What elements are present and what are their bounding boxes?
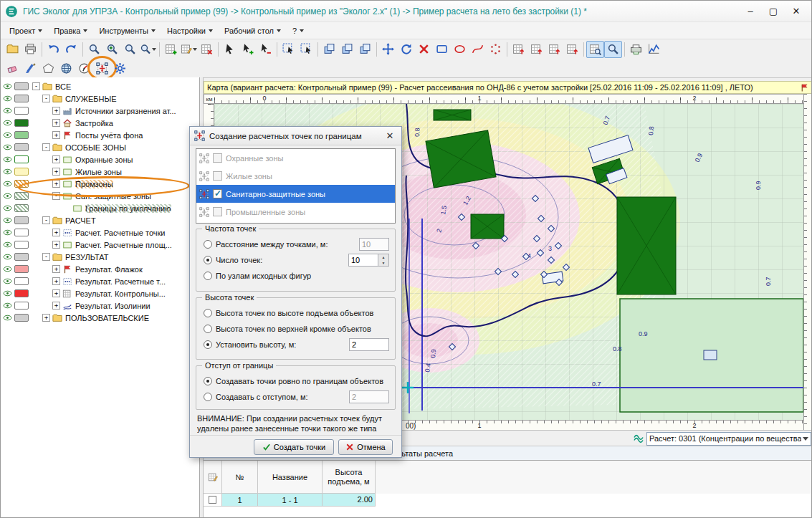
select-tool-button[interactable] bbox=[221, 41, 239, 58]
minimize-button[interactable]: – bbox=[740, 4, 761, 19]
expand-icon[interactable]: + bbox=[52, 180, 60, 188]
visibility-eye-icon[interactable] bbox=[3, 203, 12, 213]
layer-row[interactable]: +Результат. Расчетные т... bbox=[1, 275, 199, 287]
menu-item-5[interactable]: ? bbox=[287, 24, 310, 37]
cell-name[interactable]: 1 - 1 bbox=[258, 494, 323, 507]
visibility-eye-icon[interactable] bbox=[3, 277, 12, 286]
table-move-up-button[interactable] bbox=[527, 41, 545, 58]
open-map-button[interactable] bbox=[4, 41, 22, 58]
table-row[interactable]: 1 1 - 1 2.00 bbox=[204, 494, 812, 507]
layer-label[interactable]: Результат. Изолинии bbox=[75, 302, 151, 310]
layer-row[interactable]: -РАСЧЕТ bbox=[1, 214, 199, 226]
row-select-cell[interactable] bbox=[204, 494, 222, 507]
delete-selected-button[interactable] bbox=[415, 41, 433, 58]
layer-row[interactable]: +Источники загрязнения ат... bbox=[1, 105, 199, 117]
edit-object-button[interactable] bbox=[180, 41, 198, 58]
print-map-button[interactable] bbox=[22, 41, 39, 58]
group-objects-button[interactable] bbox=[356, 41, 374, 58]
layer-label[interactable]: Источники загрязнения ат... bbox=[75, 107, 176, 115]
profile-chart-button[interactable] bbox=[645, 41, 663, 58]
rotate-object-button[interactable] bbox=[397, 41, 415, 58]
spin-down-icon[interactable] bbox=[378, 260, 388, 266]
compass-tool-button[interactable] bbox=[75, 59, 93, 77]
layer-label[interactable]: СЛУЖЕБНЫЕ bbox=[65, 95, 117, 103]
collapse-icon[interactable]: - bbox=[42, 143, 50, 151]
layer-row[interactable]: +Результат. Контрольны... bbox=[1, 287, 199, 299]
layer-swatch[interactable] bbox=[14, 155, 29, 163]
calc-result-combobox[interactable]: Расчет: 0301 (Концентрации по вещества bbox=[633, 431, 811, 446]
layer-swatch[interactable] bbox=[14, 82, 29, 90]
layer-swatch[interactable] bbox=[14, 302, 29, 310]
frequency-option-1[interactable]: Число точек: bbox=[196, 252, 395, 268]
zone-row-1[interactable]: Жилые зоны bbox=[196, 167, 395, 185]
layer-row[interactable]: -ВСЕ bbox=[1, 80, 199, 92]
rectangle-tool-button[interactable] bbox=[433, 41, 451, 58]
ring-tool-button[interactable] bbox=[487, 41, 505, 58]
collapse-icon[interactable]: - bbox=[42, 95, 50, 102]
points-by-boundary-button[interactable] bbox=[93, 59, 111, 77]
small-building[interactable] bbox=[704, 350, 717, 360]
zone-checkbox[interactable] bbox=[213, 171, 222, 181]
curve-tool-button[interactable] bbox=[469, 41, 487, 58]
visibility-eye-icon[interactable] bbox=[3, 118, 12, 128]
row-checkbox[interactable] bbox=[209, 496, 216, 504]
frequency-input-1[interactable] bbox=[348, 254, 378, 267]
title-bar[interactable]: ГИС Эколог для УПРЗА - Контрольный приме… bbox=[1, 1, 811, 22]
visibility-eye-icon[interactable] bbox=[3, 313, 12, 322]
layer-swatch[interactable] bbox=[14, 204, 29, 212]
layer-swatch[interactable] bbox=[14, 143, 29, 151]
zone-checkbox[interactable] bbox=[213, 207, 222, 216]
chevron-down-icon[interactable] bbox=[803, 437, 808, 441]
visibility-eye-icon[interactable] bbox=[3, 94, 12, 103]
expand-icon[interactable]: + bbox=[52, 241, 60, 249]
visibility-eye-icon[interactable] bbox=[3, 252, 12, 262]
maximize-button[interactable]: ▢ bbox=[763, 4, 784, 19]
layer-row[interactable]: +ПОЛЬЗОВАТЕЛЬСКИЕ bbox=[1, 312, 199, 324]
layer-swatch[interactable] bbox=[14, 216, 29, 224]
layer-row[interactable]: +Охранные зоны bbox=[1, 153, 199, 166]
table-corner-cell[interactable] bbox=[204, 461, 222, 494]
layer-swatch[interactable] bbox=[14, 277, 29, 285]
layer-label[interactable]: Охранные зоны bbox=[75, 155, 133, 164]
expand-icon[interactable]: + bbox=[52, 107, 60, 115]
column-header-height[interactable]: Высота подъема, м bbox=[323, 461, 376, 494]
menu-item-2[interactable]: Инструменты bbox=[93, 24, 161, 37]
collapse-icon[interactable]: - bbox=[42, 216, 50, 224]
visibility-eye-icon[interactable] bbox=[3, 130, 12, 140]
layer-label[interactable]: Результат. Флажок bbox=[75, 265, 143, 274]
visibility-eye-icon[interactable] bbox=[3, 228, 12, 237]
layer-label[interactable]: Результат. Контрольны... bbox=[75, 289, 166, 298]
visibility-eye-icon[interactable] bbox=[3, 264, 12, 274]
table-move-down-button[interactable] bbox=[545, 41, 563, 58]
zoom-dynamic-button[interactable] bbox=[121, 41, 139, 58]
layer-label[interactable]: Расчет. Расчетные точки bbox=[75, 229, 166, 237]
spin-up-icon[interactable] bbox=[378, 254, 388, 260]
layer-row[interactable]: -ОСОБЫЕ ЗОНЫ bbox=[1, 141, 199, 153]
layer-label[interactable]: Расчет. Расчетные площ... bbox=[75, 241, 172, 249]
layer-label[interactable]: Промзоны bbox=[75, 180, 113, 188]
zone-row-2[interactable]: Санитарно-защитные зоны bbox=[196, 185, 395, 203]
settings-gear-button[interactable] bbox=[111, 59, 129, 77]
add-node-button[interactable] bbox=[239, 41, 257, 58]
map-flag-icon[interactable] bbox=[800, 83, 809, 92]
undo-button[interactable] bbox=[44, 41, 62, 58]
layer-swatch[interactable] bbox=[14, 241, 29, 249]
expand-icon[interactable]: + bbox=[52, 119, 60, 127]
layer-swatch[interactable] bbox=[14, 253, 29, 261]
eraser-tool-button[interactable] bbox=[4, 59, 22, 77]
layer-label[interactable]: Границы по умолчанию bbox=[85, 204, 171, 213]
layer-label[interactable]: РАСЧЕТ bbox=[65, 216, 96, 225]
layer-label[interactable]: ПОЛЬЗОВАТЕЛЬСКИЕ bbox=[65, 314, 149, 322]
frequency-option-0[interactable]: Расстояние между точками, м: bbox=[196, 236, 395, 252]
visibility-eye-icon[interactable] bbox=[3, 240, 12, 249]
expand-icon[interactable]: + bbox=[52, 155, 60, 163]
offset-option-1[interactable]: Создавать с отступом, м: bbox=[196, 389, 395, 405]
layer-row[interactable]: Границы по умолчанию bbox=[1, 202, 199, 214]
plot-output-button[interactable] bbox=[627, 41, 645, 58]
layer-swatch[interactable] bbox=[14, 289, 29, 297]
add-object-button[interactable] bbox=[162, 41, 180, 58]
grid-view-button[interactable] bbox=[586, 41, 604, 58]
layer-row[interactable]: +Жилые зоны bbox=[1, 166, 199, 178]
layer-swatch[interactable] bbox=[14, 180, 29, 188]
select-by-region-button[interactable] bbox=[297, 41, 315, 58]
